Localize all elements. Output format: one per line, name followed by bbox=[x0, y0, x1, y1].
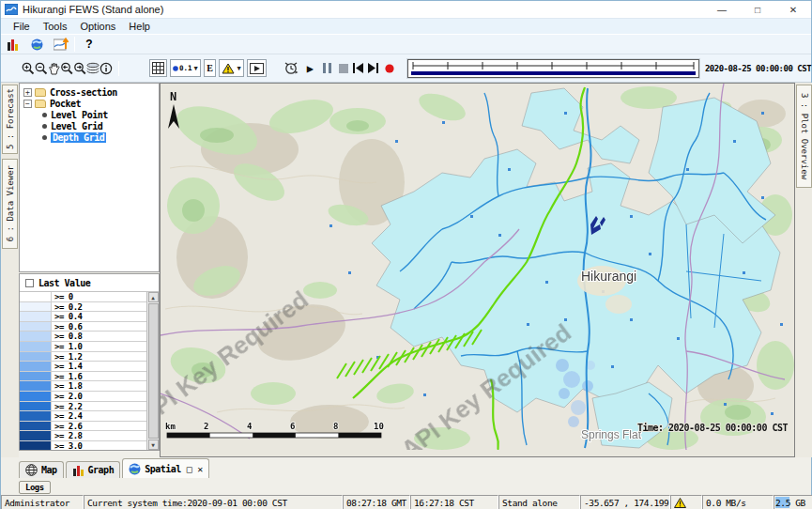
logs-display-icon[interactable] bbox=[1, 35, 25, 54]
tab-graph[interactable]: Graph bbox=[66, 461, 121, 478]
logs-row: Logs bbox=[19, 479, 51, 495]
grid-toggle-icon[interactable] bbox=[149, 59, 167, 77]
layer-tree-panel: + Cross-section − Pocket Level Point Lev… bbox=[19, 83, 160, 272]
legend-color-swatch bbox=[20, 292, 52, 301]
pause-icon[interactable] bbox=[320, 59, 333, 78]
legend-row[interactable]: >= 0.8 bbox=[20, 332, 146, 342]
legend-value-label: >= 1.0 bbox=[52, 342, 146, 351]
legend-row[interactable]: >= 0.4 bbox=[20, 312, 146, 322]
collapse-icon[interactable]: − bbox=[23, 100, 32, 108]
scroll-down-icon[interactable]: ▼ bbox=[148, 440, 159, 450]
legend-row[interactable]: >= 0 bbox=[20, 292, 146, 302]
expand-icon[interactable]: + bbox=[23, 88, 32, 97]
tree-item-level-point[interactable]: Level Point bbox=[20, 109, 159, 120]
map-toolbar: 0.1 ▼ E ▼ ▶ bbox=[1, 54, 811, 83]
status-memory: 2.5 GB bbox=[774, 495, 812, 509]
tree-item-depth-grid[interactable]: Depth Grid bbox=[20, 131, 159, 143]
step-back-icon[interactable] bbox=[352, 59, 365, 78]
bar-chart-icon bbox=[72, 465, 84, 476]
menu-item[interactable]: Tools bbox=[37, 21, 74, 32]
svg-text:10: 10 bbox=[374, 422, 384, 431]
menu-item[interactable]: Help bbox=[122, 21, 157, 32]
maximize-button[interactable]: □ bbox=[740, 1, 775, 18]
zoom-previous-icon[interactable] bbox=[60, 59, 73, 78]
legend-row[interactable]: >= 1.4 bbox=[20, 362, 146, 372]
menu-item[interactable]: File bbox=[7, 21, 37, 32]
status-gmt-time: 08:27:18 GMT bbox=[343, 495, 410, 509]
tree-item-cross-section[interactable]: + Cross-section bbox=[20, 86, 159, 98]
legend-color-swatch bbox=[20, 312, 52, 321]
tree-item-label: Cross-section bbox=[50, 87, 117, 98]
labels-toggle-button[interactable]: E bbox=[204, 59, 217, 77]
sidebar-tab-plot-overview[interactable]: 3 : Plot Overview bbox=[796, 85, 812, 188]
legend-row[interactable]: >= 1.0 bbox=[20, 342, 146, 352]
close-button[interactable]: ✕ bbox=[775, 1, 811, 18]
legend-row[interactable]: >= 2.8 bbox=[20, 431, 146, 441]
bullet-icon bbox=[42, 113, 47, 117]
minimize-button[interactable]: — bbox=[704, 1, 740, 18]
status-throughput: 0.0 MB/s bbox=[702, 495, 774, 509]
classification-dropdown[interactable]: 0.1 ▼ bbox=[170, 59, 201, 77]
tab-map[interactable]: Map bbox=[19, 461, 64, 478]
legend-scrollbar[interactable]: ▲ ▼ bbox=[146, 292, 159, 450]
status-bar: Administrator Current system time:2020-0… bbox=[1, 495, 812, 509]
legend-row[interactable]: >= 2.2 bbox=[20, 402, 146, 412]
sidebar-tab-forecast[interactable]: 5 : Forecast bbox=[2, 85, 18, 154]
current-time-label: 2020-08-25 00:00:00 CST bbox=[705, 64, 811, 73]
info-icon[interactable] bbox=[100, 59, 113, 78]
legend-value-label: >= 2.4 bbox=[52, 411, 146, 421]
folder-icon bbox=[35, 88, 46, 97]
zoom-in-icon[interactable] bbox=[22, 59, 35, 78]
legend-value-label: >= 3.0 bbox=[52, 441, 146, 450]
legend-row[interactable]: >= 0.2 bbox=[20, 302, 146, 313]
help-button[interactable]: ? bbox=[75, 35, 103, 54]
legend-row[interactable]: >= 2.4 bbox=[20, 411, 146, 422]
legend-row[interactable]: >= 1.8 bbox=[20, 381, 146, 392]
legend-row[interactable]: >= 0.6 bbox=[20, 322, 146, 332]
legend-row[interactable]: >= 3.0 bbox=[20, 441, 146, 450]
status-warning[interactable] bbox=[670, 495, 702, 509]
legend-row[interactable]: >= 1.2 bbox=[20, 352, 146, 362]
legend-color-swatch bbox=[20, 302, 52, 312]
tab-spatial[interactable]: Spatial □ ✕ bbox=[122, 458, 209, 478]
scrollbar-thumb[interactable] bbox=[148, 303, 159, 439]
tree-item-pocket[interactable]: − Pocket bbox=[20, 98, 159, 109]
sidebar-tab-data-viewer[interactable]: 6 : Data Viewer bbox=[2, 159, 18, 249]
tab-map-label: Map bbox=[41, 465, 57, 475]
application-window: Hikurangi FEWS (Stand alone) — □ ✕ FileT… bbox=[0, 0, 812, 509]
legend-value-label: >= 0.6 bbox=[52, 322, 146, 332]
play-icon[interactable]: ▶ bbox=[304, 59, 317, 78]
legend-row[interactable]: >= 1.6 bbox=[20, 372, 146, 382]
pan-hand-icon[interactable] bbox=[48, 59, 60, 78]
scroll-up-icon[interactable]: ▲ bbox=[148, 292, 159, 302]
record-icon[interactable] bbox=[383, 59, 396, 78]
step-forward-icon[interactable] bbox=[366, 59, 379, 78]
layers-icon[interactable] bbox=[86, 59, 100, 78]
last-value-checkbox[interactable] bbox=[25, 279, 34, 287]
logs-button[interactable]: Logs bbox=[19, 481, 51, 494]
time-settings-icon[interactable] bbox=[283, 59, 299, 78]
legend-row[interactable]: >= 2.6 bbox=[20, 422, 146, 432]
zoom-next-icon[interactable] bbox=[73, 59, 86, 78]
toolbar-separator bbox=[118, 61, 119, 76]
maximize-tab-icon[interactable]: □ bbox=[187, 464, 192, 474]
thresholds-dropdown[interactable]: ▼ bbox=[219, 59, 243, 77]
menu-bar: FileToolsOptionsHelp bbox=[1, 18, 811, 34]
zoom-out-icon[interactable] bbox=[35, 59, 48, 78]
tree-item-level-grid[interactable]: Level Grid bbox=[20, 120, 159, 131]
status-local-time: 16:27:18 CST bbox=[410, 495, 498, 509]
svg-text:8: 8 bbox=[333, 422, 338, 431]
timeseries-display-icon[interactable] bbox=[48, 35, 74, 54]
map-display-icon[interactable] bbox=[25, 35, 48, 54]
status-mode: Stand alone bbox=[498, 495, 580, 509]
close-tab-icon[interactable]: ✕ bbox=[197, 464, 203, 474]
menu-item[interactable]: Options bbox=[73, 21, 122, 32]
title-bar: Hikurangi FEWS (Stand alone) — □ ✕ bbox=[1, 1, 811, 18]
map-canvas[interactable]: API Key Required API Key Required Hikura… bbox=[161, 84, 794, 450]
time-slider[interactable] bbox=[407, 59, 699, 78]
legend-row[interactable]: >= 2.0 bbox=[20, 392, 146, 402]
animation-dialog-icon[interactable] bbox=[247, 59, 267, 77]
stop-icon[interactable] bbox=[337, 59, 350, 78]
svg-text:km: km bbox=[165, 422, 176, 431]
legend-color-swatch bbox=[20, 422, 52, 431]
